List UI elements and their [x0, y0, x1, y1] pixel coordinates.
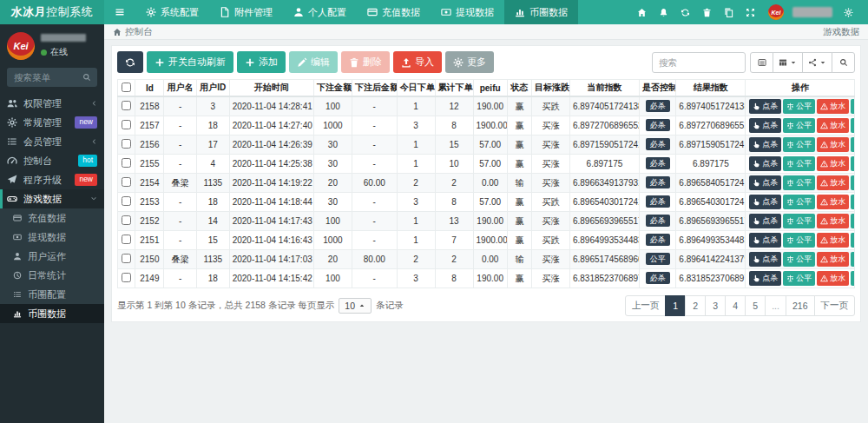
fair-button[interactable]: 公平	[783, 156, 815, 171]
sidebar-subitem-币圈配置[interactable]: 币圈配置	[0, 285, 104, 304]
row-checkbox[interactable]	[122, 139, 131, 149]
column-header-下注后金额[interactable]: 下注后金额	[352, 80, 397, 97]
column-header-下注金额[interactable]: 下注金额	[313, 80, 352, 97]
settings-button[interactable]	[838, 8, 859, 17]
breadcrumb-left[interactable]: 控制台	[113, 26, 153, 38]
row-edit-button[interactable]	[851, 271, 854, 286]
avatar[interactable]: Kei	[768, 4, 784, 20]
column-header-当前指数[interactable]: 当前指数	[569, 80, 639, 97]
import-button[interactable]: 导入	[393, 51, 442, 73]
sidebar-subitem-日常统计[interactable]: 日常统计	[0, 266, 104, 285]
row-checkbox[interactable]	[122, 177, 131, 187]
kill-button[interactable]: 点杀	[749, 156, 781, 171]
page-size-select[interactable]: 10	[339, 298, 372, 314]
kill-button[interactable]: 点杀	[749, 137, 781, 152]
refresh-button[interactable]	[117, 51, 143, 73]
water-button[interactable]: 放水	[817, 156, 849, 171]
fair-button[interactable]: 公平	[783, 99, 815, 114]
copy-button[interactable]	[718, 8, 740, 17]
sidebar-item-游戏数据[interactable]: 游戏数据	[0, 189, 104, 208]
water-button[interactable]: 放水	[817, 99, 849, 114]
kill-button[interactable]: 点杀	[749, 252, 781, 267]
topbar-item-提现数据[interactable]: 提现数据	[431, 0, 504, 24]
more-button[interactable]: 更多	[445, 51, 494, 73]
row-checkbox[interactable]	[122, 158, 131, 168]
fair-button[interactable]: 公平	[783, 175, 815, 190]
row-checkbox[interactable]	[122, 215, 131, 225]
water-button[interactable]: 放水	[817, 271, 849, 286]
sidebar-item-常规管理[interactable]: 常规管理new	[0, 113, 104, 132]
column-header-开始时间[interactable]: 开始时间	[229, 80, 313, 97]
add-button[interactable]: 添加	[237, 51, 286, 73]
column-header-Id[interactable]: Id	[135, 80, 164, 97]
column-header-操作[interactable]: 操作	[746, 80, 855, 97]
trash-button[interactable]	[696, 8, 718, 17]
sidebar-item-程序升级[interactable]: 程序升级new	[0, 170, 104, 189]
column-header-是否控制[interactable]: 是否控制	[639, 80, 675, 97]
sidebar-subitem-充值数据[interactable]: 充值数据	[0, 208, 104, 228]
column-header-结果指数[interactable]: 结果指数	[676, 80, 746, 97]
kill-button[interactable]: 点杀	[749, 118, 781, 133]
sidebar-item-会员管理[interactable]: 会员管理	[0, 132, 104, 151]
column-header-用户名[interactable]: 用户名	[164, 80, 197, 97]
kill-button[interactable]: 点杀	[749, 195, 781, 209]
row-checkbox[interactable]	[122, 196, 131, 206]
column-header-累计下单[interactable]: 累计下单	[435, 80, 473, 97]
row-edit-button[interactable]	[851, 252, 854, 267]
fair-button[interactable]: 公平	[783, 137, 815, 152]
water-button[interactable]: 放水	[817, 137, 849, 152]
delete-button[interactable]: 删除	[341, 51, 390, 73]
row-edit-button[interactable]	[851, 118, 854, 133]
column-header-今日下单[interactable]: 今日下单	[397, 80, 435, 97]
fair-button[interactable]: 公平	[783, 233, 815, 248]
kill-button[interactable]: 点杀	[749, 271, 781, 286]
columns-button[interactable]	[773, 52, 803, 73]
topbar-item-充值数据[interactable]: 充值数据	[357, 0, 431, 24]
page-button-1[interactable]: 1	[665, 295, 686, 316]
water-button[interactable]: 放水	[817, 214, 849, 228]
toggle-auto-refresh-button[interactable]: 开关自动刷新	[147, 51, 233, 73]
column-header-用户ID[interactable]: 用户ID	[197, 80, 230, 97]
topbar-item-附件管理[interactable]: 附件管理	[209, 0, 283, 24]
row-edit-button[interactable]	[851, 233, 854, 248]
refresh-button[interactable]	[674, 8, 696, 17]
column-header-状态[interactable]: 状态	[507, 80, 531, 97]
row-edit-button[interactable]	[851, 214, 854, 228]
row-edit-button[interactable]	[851, 99, 854, 114]
fair-button[interactable]: 公平	[783, 252, 815, 267]
page-button-3[interactable]: 3	[705, 295, 726, 316]
sidebar-subitem-用户运作[interactable]: 用户运作	[0, 247, 104, 266]
row-checkbox[interactable]	[122, 120, 131, 129]
bell-button[interactable]	[653, 8, 674, 17]
expand-button[interactable]	[740, 8, 761, 17]
sidebar-avatar[interactable]: Kei	[7, 32, 35, 60]
next-page-button[interactable]: 下一页	[814, 295, 856, 316]
page-button-2[interactable]: 2	[685, 295, 706, 316]
row-checkbox[interactable]	[122, 235, 131, 244]
export-button[interactable]	[802, 52, 832, 73]
row-edit-button[interactable]	[851, 195, 854, 209]
kill-button[interactable]: 点杀	[749, 175, 781, 190]
water-button[interactable]: 放水	[817, 252, 849, 267]
page-button-4[interactable]: 4	[725, 295, 746, 316]
sidebar-subitem-提现数据[interactable]: 提现数据	[0, 228, 104, 247]
topbar-item-币圈数据[interactable]: 币圈数据	[504, 0, 578, 24]
water-button[interactable]: 放水	[817, 118, 849, 133]
row-edit-button[interactable]	[851, 175, 854, 190]
sidebar-item-权限管理[interactable]: 权限管理	[0, 94, 104, 113]
sidebar-subitem-币圈数据[interactable]: 币圈数据	[0, 304, 104, 323]
kill-button[interactable]: 点杀	[749, 214, 781, 228]
sidebar-toggle-button[interactable]	[104, 0, 135, 24]
page-button-5[interactable]: 5	[745, 295, 766, 316]
row-edit-button[interactable]	[851, 137, 854, 152]
row-checkbox[interactable]	[122, 273, 131, 282]
view-toggle-button[interactable]	[750, 52, 773, 73]
kill-button[interactable]: 点杀	[749, 99, 781, 114]
water-button[interactable]: 放水	[817, 195, 849, 209]
prev-page-button[interactable]: 上一页	[625, 295, 667, 316]
column-header-peifu[interactable]: peifu	[473, 80, 507, 97]
fair-button[interactable]: 公平	[783, 118, 815, 133]
fair-button[interactable]: 公平	[783, 195, 815, 209]
row-edit-button[interactable]	[851, 156, 854, 171]
row-checkbox[interactable]	[122, 101, 131, 110]
